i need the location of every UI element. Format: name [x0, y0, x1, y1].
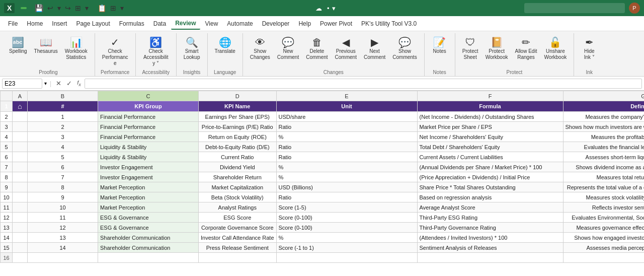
cell-1-2[interactable]: Price-to-Earnings (P/E) Ratio — [199, 122, 277, 132]
cell-13-5[interactable]: Assesses media perception of company new… — [563, 243, 644, 253]
cell-8-5[interactable]: Measures stock volatility relative to th… — [563, 192, 644, 202]
cell-3-4[interactable]: Total Debt / Shareholders' Equity — [417, 142, 563, 152]
cell-8-4[interactable]: Based on regression analysis — [417, 192, 563, 202]
cell-4-3[interactable]: Ratio — [276, 152, 417, 162]
cell-10-4[interactable]: Third-Party ESG Rating — [417, 213, 563, 223]
ribbon-btn-protect-sheet[interactable]: 🛡Protect Sheet — [459, 35, 481, 62]
cell-2-0[interactable]: 3 — [28, 132, 98, 142]
ribbon-btn-thesaurus[interactable]: 📖Thesaurus — [31, 35, 61, 56]
ribbon-btn-unshare-workbook[interactable]: 🔓Unshare Workbook — [541, 35, 570, 62]
ribbon-btn-spelling[interactable]: 🔤Spelling — [6, 35, 30, 56]
empty-cell-5[interactable] — [417, 253, 563, 263]
cell-a-8[interactable] — [13, 192, 28, 202]
cell-a-3[interactable] — [13, 142, 28, 152]
menu-item-pk's-utility-tool-v3.0[interactable]: PK's Utility Tool V3.0 — [357, 18, 421, 29]
cell-6-2[interactable]: Shareholder Return — [199, 172, 277, 182]
cell-8-1[interactable]: Market Perception — [98, 192, 199, 202]
cell-1-4[interactable]: Market Price per Share / EPS — [417, 122, 563, 132]
cell-4-1[interactable]: Liquidity & Stability — [98, 152, 199, 162]
cell-11-2[interactable]: Corporate Governance Score — [199, 223, 277, 233]
empty-cell-2[interactable] — [98, 253, 199, 263]
cell-a-11[interactable] — [13, 223, 28, 233]
autosave-toggle[interactable] — [21, 7, 27, 9]
cell-2-3[interactable]: % — [276, 132, 417, 142]
undo-icon[interactable]: ↩ — [46, 3, 54, 13]
empty-cell-4[interactable] — [276, 253, 417, 263]
normal-view-icon[interactable]: ⊞ — [109, 3, 117, 13]
empty-cell-1[interactable] — [28, 253, 98, 263]
cell-6-3[interactable]: % — [276, 172, 417, 182]
col-header-F[interactable]: F — [417, 91, 563, 101]
menu-item-automate[interactable]: Automate — [223, 18, 257, 29]
formula-input[interactable] — [85, 79, 642, 89]
cell-a-13[interactable] — [13, 243, 28, 253]
cell-3-2[interactable]: Debt-to-Equity Ratio (D/E) — [199, 142, 277, 152]
cell-1-0[interactable]: 2 — [28, 122, 98, 132]
cell-12-2[interactable]: Investor Call Attendance Rate — [199, 233, 277, 243]
insert-function-button[interactable]: fx — [75, 80, 83, 87]
ribbon-btn-hide-ink-[interactable]: ✒Hide Ink ˅ — [578, 35, 600, 62]
save-icon[interactable]: 💾 — [34, 3, 44, 13]
cell-0-0[interactable]: 1 — [28, 112, 98, 122]
cell-12-5[interactable]: Shows how engaged investors are in corpo… — [563, 233, 644, 243]
cell-5-5[interactable]: Shows dividend income as a percentage of… — [563, 162, 644, 172]
menu-item-page-layout[interactable]: Page Layout — [72, 18, 114, 29]
cell-11-1[interactable]: ESG & Governance — [98, 223, 199, 233]
redo-icon[interactable]: ↪ — [64, 3, 72, 13]
saved-dropdown-icon[interactable]: ▾ — [332, 5, 336, 12]
cell-11-4[interactable]: Third-Party Governance Rating — [417, 223, 563, 233]
cell-10-1[interactable]: ESG & Governance — [98, 213, 199, 223]
cell-1-5[interactable]: Shows how much investors are willing to … — [563, 122, 644, 132]
cell-9-2[interactable]: Analyst Ratings — [199, 202, 277, 213]
menu-item-view[interactable]: View — [201, 18, 222, 29]
cell-3-3[interactable]: Ratio — [276, 142, 417, 152]
cell-11-3[interactable]: Score (0-100) — [276, 223, 417, 233]
cell-4-4[interactable]: Current Assets / Current Liabilities — [417, 152, 563, 162]
ribbon-btn-show-changes[interactable]: 👁Show Changes — [247, 35, 273, 62]
cell-5-1[interactable]: Investor Engagement — [98, 162, 199, 172]
ribbon-btn-check-accessibility-[interactable]: ♿Check Accessibility ˅ — [140, 35, 172, 68]
cell-4-0[interactable]: 5 — [28, 152, 98, 162]
search-input[interactable] — [524, 3, 625, 13]
cell-2-4[interactable]: Net Income / Shareholders' Equity — [417, 132, 563, 142]
cell-6-5[interactable]: Measures total return to shareholders. — [563, 172, 644, 182]
cell-12-0[interactable]: 13 — [28, 233, 98, 243]
cell-a-1[interactable] — [13, 122, 28, 132]
cell-4-2[interactable]: Current Ratio — [199, 152, 277, 162]
cell-11-5[interactable]: Measures governance effectiveness and tr… — [563, 223, 644, 233]
ribbon-btn-smart-lookup[interactable]: 🔍Smart Lookup — [181, 35, 203, 62]
cell-2-2[interactable]: Return on Equity (ROE) — [199, 132, 277, 142]
menu-item-help[interactable]: Help — [294, 18, 315, 29]
cell-13-4[interactable]: Sentiment Analysis of Releases — [417, 243, 563, 253]
cell-5-3[interactable]: % — [276, 162, 417, 172]
cell-a-2[interactable] — [13, 132, 28, 142]
cell-5-0[interactable]: 6 — [28, 162, 98, 172]
col-header-B[interactable]: B — [28, 91, 98, 101]
cell-a-10[interactable] — [13, 213, 28, 223]
col-header-C[interactable]: C — [98, 91, 199, 101]
cell-6-0[interactable]: 7 — [28, 172, 98, 182]
ribbon-btn-new-comment[interactable]: 💬New Comment — [274, 35, 302, 62]
ribbon-btn-previous-comment[interactable]: ◀Previous Comment — [332, 35, 360, 62]
cell-3-5[interactable]: Evaluates the financial leverage of the … — [563, 142, 644, 152]
cell-10-0[interactable]: 11 — [28, 213, 98, 223]
cell-7-2[interactable]: Market Capitalization — [199, 182, 277, 192]
cell-9-0[interactable]: 10 — [28, 202, 98, 213]
cell-6-1[interactable]: Investor Engagement — [98, 172, 199, 182]
cell-a-6[interactable] — [13, 172, 28, 182]
cell-8-0[interactable]: 9 — [28, 192, 98, 202]
cell-0-2[interactable]: Earnings Per Share (EPS) — [199, 112, 277, 122]
cell-6-4[interactable]: (Price Appreciation + Dividends) / Initi… — [417, 172, 563, 182]
avatar[interactable]: P — [629, 3, 640, 14]
menu-item-data[interactable]: Data — [149, 18, 170, 29]
cell-3-0[interactable]: 4 — [28, 142, 98, 152]
page-layout-icon[interactable]: 📋 — [97, 3, 107, 13]
menu-item-review[interactable]: Review — [171, 18, 200, 30]
cell-10-3[interactable]: Score (0-100) — [276, 213, 417, 223]
cell-10-5[interactable]: Evaluates Environmental, Social, and Gov… — [563, 213, 644, 223]
cell-9-5[interactable]: Reflects investor sentiment from analyst… — [563, 202, 644, 213]
cell-3-1[interactable]: Liquidity & Stability — [98, 142, 199, 152]
cell-11-0[interactable]: 12 — [28, 223, 98, 233]
cell-1-1[interactable]: Financial Performance — [98, 122, 199, 132]
cell-5-2[interactable]: Dividend Yield — [199, 162, 277, 172]
